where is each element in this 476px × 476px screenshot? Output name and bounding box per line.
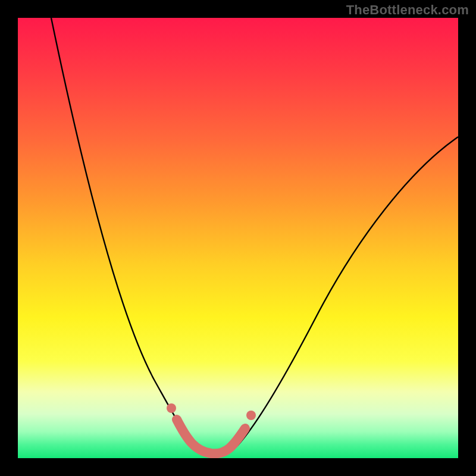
curve-dot-left (167, 403, 176, 413)
curve-line (51, 18, 458, 455)
curve-highlight (177, 419, 245, 453)
plot-area (18, 18, 458, 458)
watermark-text: TheBottleneck.com (346, 2, 469, 18)
curve-dot-right (246, 411, 256, 420)
chart-frame: TheBottleneck.com (0, 0, 476, 476)
bottleneck-curve (18, 18, 458, 458)
